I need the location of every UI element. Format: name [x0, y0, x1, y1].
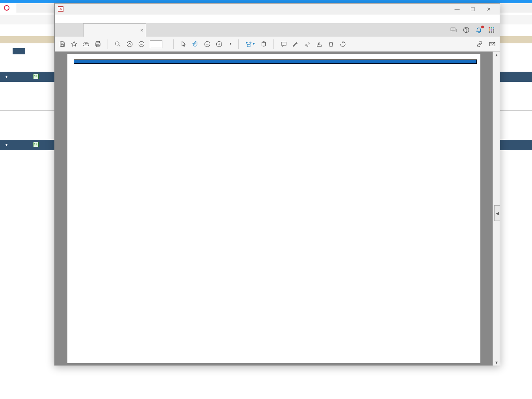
nav-board[interactable] [13, 48, 25, 54]
svg-rect-9 [489, 32, 490, 33]
svg-rect-11 [493, 32, 494, 33]
hand-tool-icon[interactable] [192, 41, 199, 48]
print-icon[interactable] [94, 41, 101, 48]
page-up-icon[interactable] [126, 41, 133, 48]
svg-rect-6 [489, 30, 490, 31]
delete-icon[interactable] [327, 41, 335, 48]
svg-rect-7 [491, 30, 492, 31]
cloud-upload-icon[interactable] [82, 41, 89, 48]
svg-rect-5 [493, 27, 494, 28]
scroll-mode-icon[interactable] [260, 41, 267, 48]
search-icon[interactable] [114, 41, 121, 48]
close-button[interactable]: ✕ [481, 6, 497, 12]
highlight-icon[interactable] [292, 41, 299, 48]
calendar-header-icon[interactable] [33, 74, 39, 79]
tab-tools[interactable] [69, 23, 83, 37]
browser-tab[interactable] [0, 3, 16, 13]
notifications-icon[interactable] [475, 26, 482, 33]
svg-rect-10 [491, 32, 492, 33]
zoom-in-icon[interactable] [216, 41, 223, 48]
svg-rect-16 [96, 45, 99, 46]
tab-document[interactable]: × [83, 23, 146, 37]
zoom-level[interactable]: ▼ [227, 42, 232, 46]
acrobat-app-icon: A [58, 6, 63, 12]
acrobat-menu-bar [55, 15, 500, 23]
svg-rect-3 [489, 27, 490, 28]
star-icon[interactable] [71, 41, 78, 48]
email-icon[interactable] [489, 41, 496, 48]
link-icon[interactable] [476, 41, 483, 48]
comment-icon[interactable] [280, 41, 287, 48]
acrobat-toolbar: ▼ ▼ [55, 37, 500, 52]
acrobat-tab-row: × [55, 23, 500, 37]
stamp-icon[interactable] [316, 41, 323, 48]
calendar-header-icon[interactable] [33, 142, 39, 147]
agenda-table [74, 59, 477, 64]
apps-grid-icon[interactable] [488, 26, 495, 33]
svg-rect-23 [262, 42, 265, 46]
svg-rect-24 [317, 45, 322, 46]
sign-icon[interactable] [304, 41, 311, 48]
svg-rect-8 [493, 30, 494, 31]
acrobat-content-area: ▲ ▼ ◀ [55, 52, 500, 366]
nav-calendar[interactable] [0, 48, 13, 54]
page-viewport[interactable] [55, 52, 493, 366]
panel-collapse-handle[interactable]: ◀ [494, 205, 500, 221]
svg-point-19 [139, 41, 144, 47]
svg-point-18 [127, 41, 132, 47]
svg-rect-4 [491, 27, 492, 28]
minimize-button[interactable]: — [449, 6, 465, 12]
scroll-up-button[interactable]: ▲ [493, 52, 500, 58]
scroll-down-button[interactable]: ▼ [493, 359, 500, 366]
zoom-out-icon[interactable] [204, 41, 211, 48]
tab-favicon [4, 5, 9, 11]
page-down-icon[interactable] [138, 41, 145, 48]
svg-rect-13 [61, 44, 63, 46]
maximize-button[interactable]: ☐ [465, 6, 481, 12]
svg-point-17 [115, 42, 119, 45]
select-tool-icon[interactable] [180, 41, 187, 48]
svg-rect-12 [61, 42, 63, 43]
tab-close-icon[interactable]: × [140, 27, 143, 33]
rotate-icon[interactable] [339, 41, 346, 48]
save-icon[interactable] [59, 41, 66, 48]
acrobat-window: A — ☐ ✕ × [54, 3, 500, 366]
fit-width-icon[interactable]: ▼ [245, 41, 255, 48]
svg-rect-0 [451, 28, 455, 31]
svg-point-2 [466, 31, 467, 32]
tab-home[interactable] [55, 23, 69, 37]
acrobat-title-bar: A — ☐ ✕ [55, 4, 500, 15]
pdf-page [67, 54, 480, 363]
page-number-input[interactable] [150, 40, 162, 48]
share-screen-icon[interactable] [450, 26, 457, 33]
help-icon[interactable] [463, 26, 470, 33]
svg-rect-22 [247, 44, 250, 46]
